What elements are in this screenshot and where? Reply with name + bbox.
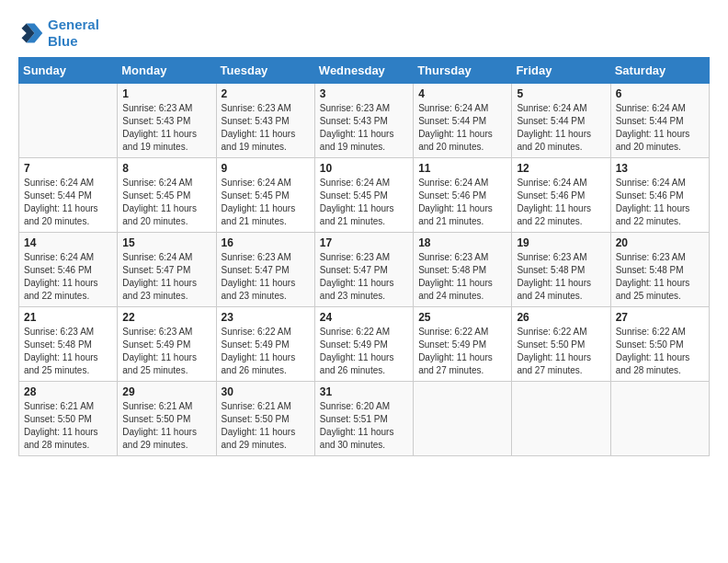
- calendar-cell: 4Sunrise: 6:24 AMSunset: 5:44 PMDaylight…: [414, 84, 512, 158]
- main-container: General Blue SundayMondayTuesdayWednesda…: [0, 0, 728, 465]
- cell-info: Sunrise: 6:23 AMSunset: 5:43 PMDaylight:…: [320, 102, 408, 154]
- day-number: 1: [122, 87, 210, 100]
- calendar-cell: 16Sunrise: 6:23 AMSunset: 5:47 PMDayligh…: [216, 233, 314, 307]
- day-number: 2: [222, 87, 310, 100]
- cell-info: Sunrise: 6:24 AMSunset: 5:44 PMDaylight:…: [24, 177, 112, 228]
- column-header-thursday: Thursday: [414, 58, 512, 84]
- calendar-cell: 29Sunrise: 6:21 AMSunset: 5:50 PMDayligh…: [118, 382, 216, 456]
- cell-info: Sunrise: 6:24 AMSunset: 5:47 PMDaylight:…: [122, 251, 210, 303]
- cell-info: Sunrise: 6:23 AMSunset: 5:48 PMDaylight:…: [517, 251, 605, 303]
- cell-info: Sunrise: 6:21 AMSunset: 5:50 PMDaylight:…: [222, 400, 310, 452]
- day-number: 8: [122, 162, 210, 175]
- column-header-tuesday: Tuesday: [216, 58, 314, 84]
- cell-info: Sunrise: 6:23 AMSunset: 5:48 PMDaylight:…: [418, 251, 506, 303]
- day-number: 14: [24, 236, 112, 249]
- calendar-cell: 8Sunrise: 6:24 AMSunset: 5:45 PMDaylight…: [118, 158, 216, 233]
- calendar-cell: 20Sunrise: 6:23 AMSunset: 5:48 PMDayligh…: [610, 233, 709, 307]
- calendar-cell: 2Sunrise: 6:23 AMSunset: 5:43 PMDaylight…: [216, 84, 314, 158]
- calendar-cell: 25Sunrise: 6:22 AMSunset: 5:49 PMDayligh…: [414, 307, 512, 382]
- day-number: 27: [616, 311, 704, 324]
- calendar-cell: 7Sunrise: 6:24 AMSunset: 5:44 PMDaylight…: [19, 158, 118, 233]
- calendar-cell: 31Sunrise: 6:20 AMSunset: 5:51 PMDayligh…: [314, 382, 413, 456]
- column-header-wednesday: Wednesday: [314, 58, 413, 84]
- cell-info: Sunrise: 6:24 AMSunset: 5:45 PMDaylight:…: [320, 177, 408, 228]
- day-number: 18: [418, 236, 506, 249]
- cell-info: Sunrise: 6:24 AMSunset: 5:46 PMDaylight:…: [616, 177, 704, 228]
- cell-info: Sunrise: 6:22 AMSunset: 5:50 PMDaylight:…: [517, 326, 605, 377]
- day-number: 24: [320, 311, 408, 324]
- calendar-cell: 24Sunrise: 6:22 AMSunset: 5:49 PMDayligh…: [314, 307, 413, 382]
- calendar-cell: 17Sunrise: 6:23 AMSunset: 5:47 PMDayligh…: [314, 233, 413, 307]
- logo: General Blue: [18, 17, 99, 50]
- day-number: 4: [418, 87, 506, 100]
- day-number: 21: [24, 311, 112, 324]
- day-number: 16: [222, 236, 310, 249]
- calendar-cell: 28Sunrise: 6:21 AMSunset: 5:50 PMDayligh…: [19, 382, 118, 456]
- cell-info: Sunrise: 6:23 AMSunset: 5:49 PMDaylight:…: [122, 326, 210, 377]
- cell-info: Sunrise: 6:20 AMSunset: 5:51 PMDaylight:…: [320, 400, 408, 452]
- day-number: 28: [24, 385, 112, 398]
- day-number: 7: [24, 162, 112, 175]
- cell-info: Sunrise: 6:24 AMSunset: 5:44 PMDaylight:…: [517, 102, 605, 154]
- column-header-friday: Friday: [512, 58, 610, 84]
- day-number: 3: [320, 87, 408, 100]
- calendar-cell: 11Sunrise: 6:24 AMSunset: 5:46 PMDayligh…: [414, 158, 512, 233]
- calendar-cell: [414, 382, 512, 456]
- calendar-week-row: 21Sunrise: 6:23 AMSunset: 5:48 PMDayligh…: [19, 307, 710, 382]
- day-number: 13: [616, 162, 704, 175]
- calendar-week-row: 7Sunrise: 6:24 AMSunset: 5:44 PMDaylight…: [19, 158, 710, 233]
- calendar-cell: 1Sunrise: 6:23 AMSunset: 5:43 PMDaylight…: [118, 84, 216, 158]
- day-number: 25: [418, 311, 506, 324]
- day-number: 22: [122, 311, 210, 324]
- cell-info: Sunrise: 6:24 AMSunset: 5:45 PMDaylight:…: [122, 177, 210, 228]
- day-number: 17: [320, 236, 408, 249]
- calendar-cell: [610, 382, 709, 456]
- cell-info: Sunrise: 6:24 AMSunset: 5:46 PMDaylight:…: [418, 177, 506, 228]
- day-number: 26: [517, 311, 605, 324]
- cell-info: Sunrise: 6:24 AMSunset: 5:46 PMDaylight:…: [517, 177, 605, 228]
- cell-info: Sunrise: 6:24 AMSunset: 5:44 PMDaylight:…: [418, 102, 506, 154]
- column-header-sunday: Sunday: [19, 58, 118, 84]
- cell-info: Sunrise: 6:24 AMSunset: 5:44 PMDaylight:…: [616, 102, 704, 154]
- calendar-cell: 13Sunrise: 6:24 AMSunset: 5:46 PMDayligh…: [610, 158, 709, 233]
- cell-info: Sunrise: 6:23 AMSunset: 5:43 PMDaylight:…: [222, 102, 310, 154]
- calendar-cell: 14Sunrise: 6:24 AMSunset: 5:46 PMDayligh…: [19, 233, 118, 307]
- calendar-week-row: 28Sunrise: 6:21 AMSunset: 5:50 PMDayligh…: [19, 382, 710, 456]
- calendar-cell: 27Sunrise: 6:22 AMSunset: 5:50 PMDayligh…: [610, 307, 709, 382]
- day-number: 15: [122, 236, 210, 249]
- calendar-cell: 23Sunrise: 6:22 AMSunset: 5:49 PMDayligh…: [216, 307, 314, 382]
- calendar-cell: 18Sunrise: 6:23 AMSunset: 5:48 PMDayligh…: [414, 233, 512, 307]
- calendar-cell: [19, 84, 118, 158]
- day-number: 9: [222, 162, 310, 175]
- cell-info: Sunrise: 6:22 AMSunset: 5:49 PMDaylight:…: [222, 326, 310, 377]
- calendar-table: SundayMondayTuesdayWednesdayThursdayFrid…: [18, 57, 710, 456]
- logo-text: General Blue: [48, 17, 99, 50]
- calendar-body: 1Sunrise: 6:23 AMSunset: 5:43 PMDaylight…: [19, 84, 710, 456]
- day-number: 30: [222, 385, 310, 398]
- calendar-cell: 22Sunrise: 6:23 AMSunset: 5:49 PMDayligh…: [118, 307, 216, 382]
- cell-info: Sunrise: 6:22 AMSunset: 5:50 PMDaylight:…: [616, 326, 704, 377]
- day-number: 20: [616, 236, 704, 249]
- calendar-cell: [512, 382, 610, 456]
- calendar-cell: 19Sunrise: 6:23 AMSunset: 5:48 PMDayligh…: [512, 233, 610, 307]
- day-number: 6: [616, 87, 704, 100]
- day-number: 5: [517, 87, 605, 100]
- day-number: 11: [418, 162, 506, 175]
- column-header-monday: Monday: [118, 58, 216, 84]
- day-number: 12: [517, 162, 605, 175]
- calendar-cell: 6Sunrise: 6:24 AMSunset: 5:44 PMDaylight…: [610, 84, 709, 158]
- calendar-cell: 21Sunrise: 6:23 AMSunset: 5:48 PMDayligh…: [19, 307, 118, 382]
- cell-info: Sunrise: 6:22 AMSunset: 5:49 PMDaylight:…: [418, 326, 506, 377]
- cell-info: Sunrise: 6:23 AMSunset: 5:47 PMDaylight:…: [222, 251, 310, 303]
- calendar-cell: 30Sunrise: 6:21 AMSunset: 5:50 PMDayligh…: [216, 382, 314, 456]
- day-number: 23: [222, 311, 310, 324]
- calendar-cell: 3Sunrise: 6:23 AMSunset: 5:43 PMDaylight…: [314, 84, 413, 158]
- calendar-header-row: SundayMondayTuesdayWednesdayThursdayFrid…: [19, 58, 710, 84]
- calendar-cell: 10Sunrise: 6:24 AMSunset: 5:45 PMDayligh…: [314, 158, 413, 233]
- calendar-cell: 26Sunrise: 6:22 AMSunset: 5:50 PMDayligh…: [512, 307, 610, 382]
- day-number: 31: [320, 385, 408, 398]
- logo-icon: [18, 20, 44, 46]
- calendar-cell: 9Sunrise: 6:24 AMSunset: 5:45 PMDaylight…: [216, 158, 314, 233]
- cell-info: Sunrise: 6:23 AMSunset: 5:43 PMDaylight:…: [122, 102, 210, 154]
- cell-info: Sunrise: 6:22 AMSunset: 5:49 PMDaylight:…: [320, 326, 408, 377]
